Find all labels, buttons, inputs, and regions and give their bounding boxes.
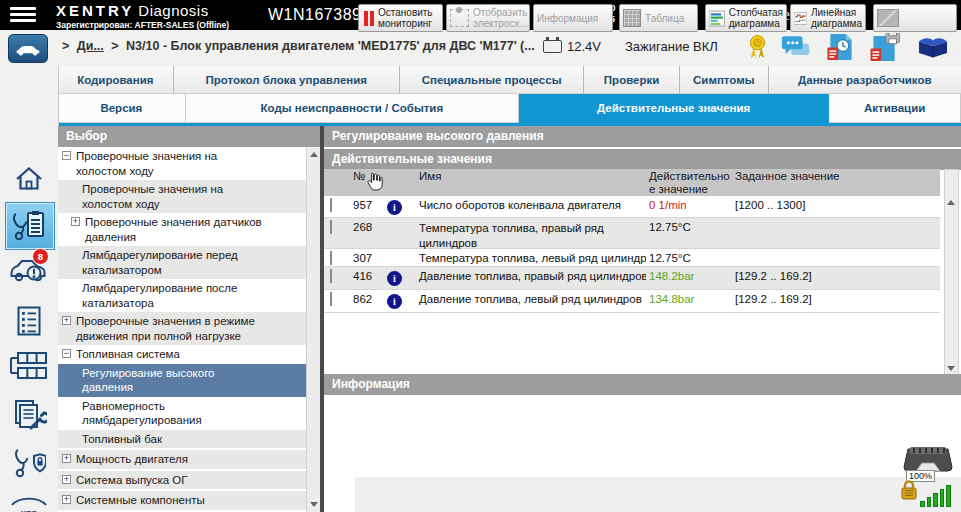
table-scrollbar[interactable] bbox=[944, 169, 959, 377]
tree-item-label: Проверочные значения на холостом ходу bbox=[82, 182, 304, 211]
section-title: Регулирование высокого давления bbox=[324, 126, 961, 147]
messages-icon[interactable] bbox=[780, 34, 812, 60]
tree-item[interactable]: Лямбдарегулирование перед катализатором bbox=[58, 246, 307, 279]
sidebar-item-list[interactable] bbox=[0, 304, 58, 338]
breadcrumb-link[interactable]: Ди... bbox=[77, 39, 104, 53]
show-wiring-diagram-button[interactable]: Отобразить электросх... bbox=[446, 4, 530, 32]
col-name[interactable]: Имя bbox=[416, 169, 646, 196]
stop-monitoring-button[interactable]: Остановить мониторинг bbox=[358, 4, 443, 32]
tabs-area: Кодирования Протокол блока управления Сп… bbox=[58, 66, 961, 128]
tab-codings[interactable]: Кодирования bbox=[58, 66, 174, 94]
button-label: Линейная диаграмма bbox=[811, 7, 862, 29]
tree-item[interactable]: + Проверочные значения в режиме движения… bbox=[58, 312, 307, 345]
breadcrumb: > Ди... > N3/10 - Блок управления двигат… bbox=[58, 39, 535, 53]
actual-value: 148.2bar bbox=[646, 267, 732, 289]
table-row[interactable]: 416 i Давление топлива, правый ряд цилин… bbox=[324, 267, 940, 290]
tree-item[interactable]: Проверочные значения на холостом ходу bbox=[58, 180, 307, 213]
sidebar-item-home[interactable] bbox=[0, 162, 58, 194]
tab-tests[interactable]: Проверки bbox=[584, 66, 680, 94]
row-number: 416 bbox=[350, 267, 384, 289]
table-view-button[interactable]: Таблица bbox=[619, 4, 698, 32]
scroll-down-icon[interactable] bbox=[947, 366, 955, 371]
scroll-up-icon[interactable] bbox=[310, 152, 318, 157]
button-label: Остановить мониторинг bbox=[378, 7, 433, 29]
scroll-up-icon[interactable] bbox=[947, 200, 955, 205]
col-info bbox=[384, 169, 416, 196]
expand-icon[interactable]: + bbox=[62, 454, 71, 463]
breadcrumb-current: N3/10 - Блок управления двигателем 'MED1… bbox=[126, 39, 535, 53]
sidebar-item-diagnosis[interactable] bbox=[5, 202, 55, 250]
table-row[interactable]: 268 Температура топлива, правый ряд цили… bbox=[324, 218, 940, 249]
tab-special-procedures[interactable]: Специальные процессы bbox=[400, 66, 584, 94]
tree-item[interactable]: Равномерность лямбдарегулирования bbox=[58, 397, 307, 430]
ignition-status: Зажигание ВКЛ bbox=[625, 39, 718, 54]
tree-item[interactable]: − Топливная система bbox=[58, 345, 307, 364]
info-icon[interactable]: i bbox=[387, 294, 402, 309]
expand-icon[interactable]: + bbox=[71, 217, 80, 226]
pdf-print-icon[interactable] bbox=[868, 33, 902, 61]
info-icon[interactable]: i bbox=[387, 200, 402, 215]
tab-symptoms[interactable]: Симптомы bbox=[680, 66, 769, 94]
tab-actual-values[interactable]: Действительные значения bbox=[519, 94, 829, 123]
collapse-icon[interactable]: − bbox=[62, 349, 71, 358]
battery-voltage: 12.4V bbox=[543, 39, 601, 54]
tree-item[interactable]: + Система выпуска ОГ bbox=[58, 471, 307, 490]
tab-row-secondary: Кодирования Протокол блока управления Сп… bbox=[58, 66, 961, 94]
table-row[interactable]: 862 i Давление топлива, левый ряд цилинд… bbox=[324, 290, 940, 313]
scroll-down-icon[interactable] bbox=[310, 502, 318, 507]
sidebar-item-protected-diagnosis[interactable] bbox=[0, 446, 58, 482]
manual-icon[interactable] bbox=[915, 34, 951, 60]
tree-item[interactable]: Топливный бак bbox=[58, 430, 307, 449]
table-grid-icon bbox=[623, 9, 641, 27]
col-actual-value[interactable]: Действительное значение bbox=[646, 169, 738, 196]
info-icon[interactable]: i bbox=[387, 271, 402, 286]
actual-value: 12.75°C bbox=[646, 218, 732, 252]
info-section-header: Информация bbox=[324, 374, 961, 395]
diagnosis-icon bbox=[12, 208, 48, 244]
tab-developer-data[interactable]: Данные разработчиков bbox=[769, 66, 961, 94]
tree-item[interactable]: + Мощность двигателя bbox=[58, 450, 307, 469]
tab-ecu-log[interactable]: Протокол блока управления bbox=[174, 66, 400, 94]
row-checkbox[interactable] bbox=[330, 269, 332, 283]
expand-icon[interactable]: + bbox=[62, 316, 71, 325]
row-checkbox[interactable] bbox=[330, 292, 332, 306]
xentry-app: { "titlebar": { "app_name": "XENTRY", "a… bbox=[0, 0, 961, 512]
tree-item[interactable]: + Проверочные значения датчиков давления bbox=[58, 213, 307, 246]
actual-values-panel: Регулирование высокого давления Действит… bbox=[324, 126, 961, 512]
col-number[interactable]: № bbox=[350, 169, 384, 196]
sidebar-item-quick-test[interactable]: 8 bbox=[0, 254, 58, 284]
pdf-report-icon[interactable] bbox=[825, 33, 855, 61]
bar-chart-button[interactable]: Столбчатая диаграмма bbox=[705, 4, 787, 32]
tree-item-selected[interactable]: Регулирование высокого давления bbox=[58, 364, 307, 397]
row-checkbox[interactable] bbox=[330, 220, 332, 234]
collapse-icon[interactable]: − bbox=[62, 151, 71, 160]
sidebar-item-xrd[interactable]: XRD bbox=[0, 494, 58, 512]
stethoscope-lock-icon bbox=[12, 446, 46, 482]
menu-icon[interactable] bbox=[10, 7, 36, 23]
table-row[interactable]: 957 i Число оборотов коленвала двигателя… bbox=[324, 196, 940, 218]
expand-icon[interactable]: + bbox=[62, 475, 71, 484]
tab-activations[interactable]: Активации bbox=[829, 94, 961, 123]
tree-scrollbar[interactable] bbox=[306, 147, 320, 512]
tree-item[interactable]: + Системные компоненты bbox=[58, 491, 307, 510]
extra-chart-button[interactable] bbox=[873, 4, 957, 32]
line-chart-button[interactable]: Линейная диаграмма bbox=[790, 4, 866, 32]
fault-count-badge: 8 bbox=[32, 248, 49, 265]
car-icon bbox=[15, 42, 41, 56]
sidebar-item-repair-documents[interactable] bbox=[0, 398, 58, 434]
sidebar-item-control-units[interactable] bbox=[0, 350, 58, 382]
table-row[interactable]: 307 Температура топлива, левый ряд цилин… bbox=[324, 249, 940, 267]
registered-status: Зарегистрирован: AFTER-SALES (Offline) bbox=[56, 20, 229, 30]
tree-item[interactable]: − Проверочные значения на холостом ходу bbox=[58, 147, 307, 180]
row-checkbox[interactable] bbox=[330, 198, 332, 212]
row-checkbox[interactable] bbox=[330, 251, 332, 265]
context-bar: > Ди... > N3/10 - Блок управления двигат… bbox=[0, 30, 961, 67]
tab-fault-codes[interactable]: Коды неисправности / События bbox=[186, 94, 519, 123]
information-button[interactable]: Информация bbox=[533, 4, 613, 32]
col-target-value[interactable]: Заданное значение bbox=[732, 169, 844, 196]
tab-version[interactable]: Версия bbox=[58, 94, 186, 123]
tree-item[interactable]: Лямбдарегулирование после катализатора bbox=[58, 279, 307, 312]
vehicle-button[interactable] bbox=[8, 34, 48, 63]
expand-icon[interactable]: + bbox=[62, 495, 71, 504]
certificate-icon[interactable] bbox=[748, 34, 767, 60]
